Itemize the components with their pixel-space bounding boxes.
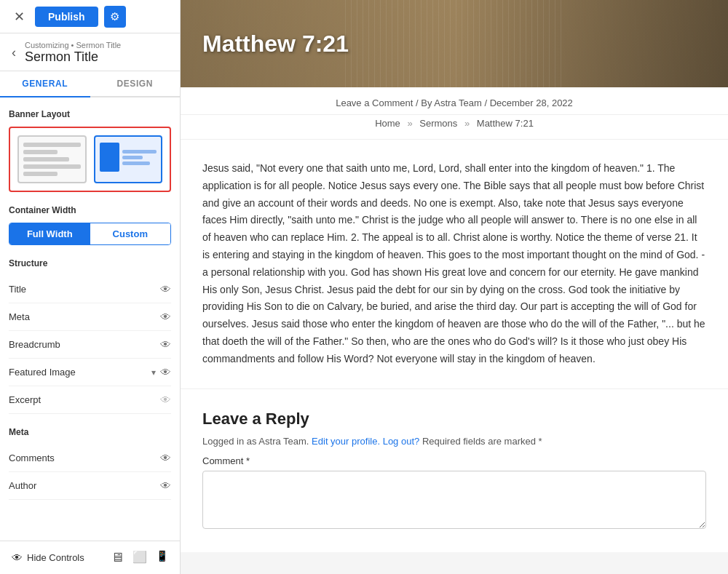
breadcrumb-eye-icon[interactable]: 👁: [160, 338, 171, 351]
container-width-label: Container Width: [9, 205, 171, 215]
tabs: GENERAL DESIGN: [0, 71, 180, 97]
meta-section-label: Meta: [9, 427, 171, 437]
bottom-bar: 👁 Hide Controls 🖥 ⬜ 📱: [0, 541, 180, 574]
tablet-icon[interactable]: ⬜: [132, 550, 147, 565]
full-width-button[interactable]: Full Width: [9, 223, 90, 244]
structure-item-featured-image: Featured Image ▾ 👁: [9, 359, 171, 386]
structure-item-meta: Meta 👁: [9, 303, 171, 331]
structure-item-breadcrumb-right: 👁: [160, 338, 171, 351]
banner-layout-box: [9, 127, 171, 192]
meta-comments-label: Comments: [9, 453, 55, 463]
close-button[interactable]: ✕: [9, 7, 29, 27]
comments-meta: Logged in as Astra Team. Edit your profi…: [202, 436, 706, 447]
meta-item-author: Author 👁: [9, 472, 171, 500]
panel-nav-subtitle: Customizing • Sermon Title: [25, 41, 121, 49]
layout-sidebar-left: [100, 143, 119, 172]
post-meta: Leave a Comment / By Astra Team / Decemb…: [181, 87, 728, 115]
layout-sidebar-line-1: [122, 150, 157, 154]
device-icons: 🖥 ⬜ 📱: [111, 550, 168, 565]
custom-width-button[interactable]: Custom: [90, 223, 171, 244]
required-note: Required fields are marked *: [422, 436, 542, 447]
layout-option-1[interactable]: [17, 135, 87, 183]
back-button[interactable]: ‹: [9, 44, 19, 62]
tab-design[interactable]: DESIGN: [90, 71, 181, 97]
breadcrumb-current: Matthew 7:21: [477, 118, 534, 129]
tab-general[interactable]: GENERAL: [0, 71, 90, 97]
breadcrumb-sep-2: »: [464, 118, 470, 129]
banner-layout-label: Banner Layout: [9, 109, 171, 119]
panel-content: Banner Layout: [0, 97, 180, 541]
panel-nav: ‹ Customizing • Sermon Title Sermon Titl…: [0, 33, 180, 71]
featured-image-eye-icon[interactable]: 👁: [160, 366, 171, 378]
container-width-section: Container Width Full Width Custom: [9, 205, 171, 245]
breadcrumb: Home » Sermons » Matthew 7:21: [181, 115, 728, 140]
comments-eye-icon[interactable]: 👁: [160, 452, 171, 464]
meta-section: Meta Comments 👁 Author 👁: [9, 427, 171, 500]
layout-sidebar-line-2: [122, 156, 143, 159]
comments-section: Leave a Reply Logged in as Astra Team. E…: [181, 388, 728, 552]
layout-sidebar: [100, 143, 157, 172]
comment-label: Comment *: [202, 455, 706, 466]
layout-line-3: [23, 157, 69, 162]
panel-nav-title: Customizing • Sermon Title Sermon Title: [25, 41, 121, 65]
edit-profile-link[interactable]: Edit your profile.: [312, 436, 380, 447]
hide-controls-button[interactable]: 👁 Hide Controls: [12, 551, 84, 564]
layout-sidebar-line-3: [122, 162, 150, 165]
featured-image-chevron-icon[interactable]: ▾: [151, 367, 156, 378]
structure-item-title-right: 👁: [160, 283, 171, 295]
excerpt-eye-icon[interactable]: 👁: [160, 394, 171, 406]
structure-label: Structure: [9, 258, 171, 268]
structure-item-excerpt-right: 👁: [160, 394, 171, 406]
breadcrumb-home[interactable]: Home: [375, 118, 400, 129]
meta-eye-icon[interactable]: 👁: [160, 311, 171, 323]
structure-item-featured-image-right: ▾ 👁: [151, 366, 171, 378]
structure-item-breadcrumb: Breadcrumb 👁: [9, 331, 171, 359]
structure-item-meta-right: 👁: [160, 311, 171, 323]
title-eye-icon[interactable]: 👁: [160, 283, 171, 295]
structure-section: Structure Title 👁 Meta 👁 Breadcrumb 👁: [9, 258, 171, 414]
hero-title: Matthew 7:21: [181, 31, 349, 57]
structure-item-featured-image-label: Featured Image: [9, 367, 76, 378]
meta-author-label: Author: [9, 480, 36, 491]
comments-title: Leave a Reply: [202, 410, 706, 428]
article-body: Jesus said, "Not every one that saith un…: [181, 140, 728, 388]
meta-item-comments: Comments 👁: [9, 445, 171, 472]
log-out-link[interactable]: Log out?: [383, 436, 420, 447]
hide-controls-label: Hide Controls: [27, 552, 84, 563]
layout-sidebar-right: [122, 143, 157, 172]
container-width-group: Full Width Custom: [9, 223, 171, 245]
hide-controls-eye-icon: 👁: [12, 551, 23, 564]
layout-line-2: [23, 150, 58, 154]
panel-nav-main: Sermon Title: [25, 49, 121, 65]
article-text: Jesus said, "Not every one that saith un…: [202, 160, 706, 368]
publish-button[interactable]: Publish: [35, 7, 98, 27]
layout-line-1: [23, 143, 81, 147]
left-panel: ✕ Publish ⚙ ‹ Customizing • Sermon Title…: [0, 0, 181, 574]
breadcrumb-sep-1: »: [407, 118, 412, 129]
layout-option-2[interactable]: [94, 135, 163, 183]
top-bar: ✕ Publish ⚙: [0, 0, 180, 33]
gear-button[interactable]: ⚙: [104, 6, 126, 28]
mobile-icon[interactable]: 📱: [156, 550, 168, 565]
structure-item-excerpt-label: Excerpt: [9, 394, 41, 405]
hero: Matthew 7:21: [181, 0, 728, 87]
layout-line-5: [23, 172, 58, 176]
structure-item-title: Title 👁: [9, 276, 171, 303]
structure-item-title-label: Title: [9, 284, 26, 295]
desktop-icon[interactable]: 🖥: [111, 550, 124, 565]
author-eye-icon[interactable]: 👁: [160, 479, 171, 492]
right-panel: Matthew 7:21 Leave a Comment / By Astra …: [181, 0, 728, 574]
layout-line-4: [23, 164, 81, 169]
structure-item-meta-label: Meta: [9, 311, 30, 322]
structure-item-excerpt: Excerpt 👁: [9, 386, 171, 414]
structure-item-breadcrumb-label: Breadcrumb: [9, 339, 60, 350]
breadcrumb-sermons[interactable]: Sermons: [419, 118, 457, 129]
logged-in-text: Logged in as Astra Team.: [202, 436, 309, 447]
comment-textarea[interactable]: [202, 471, 706, 529]
